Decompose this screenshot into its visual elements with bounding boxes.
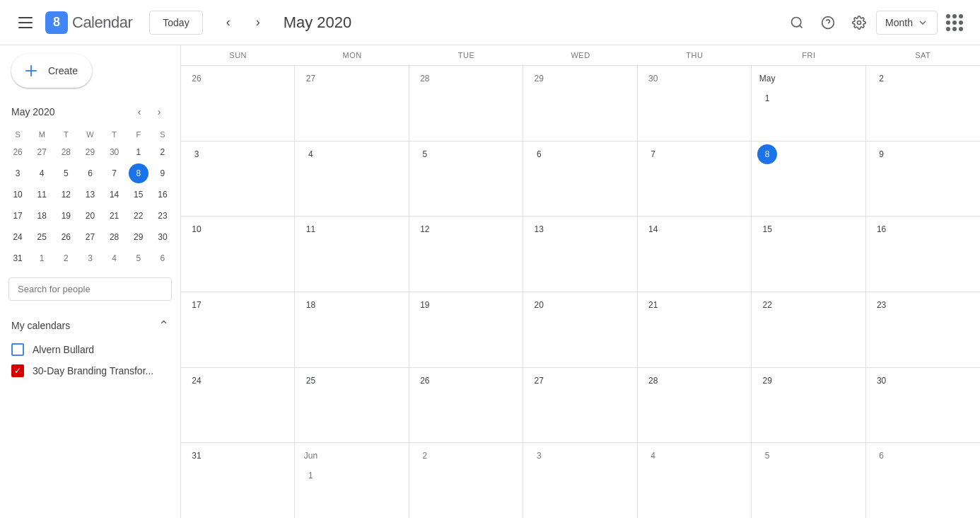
mini-cal-day[interactable]: 6 — [80, 163, 100, 183]
cal-day-cell[interactable]: 30 — [638, 66, 752, 141]
mini-cal-day[interactable]: 16 — [153, 185, 173, 205]
cal-day-cell[interactable]: 21 — [638, 292, 752, 367]
prev-month-button[interactable]: ‹ — [214, 8, 243, 37]
mini-cal-day[interactable]: 29 — [80, 142, 100, 162]
cal-day-cell[interactable]: 23 — [866, 292, 980, 367]
calendar-item[interactable]: ✓30-Day Branding Transfor... — [0, 360, 180, 381]
cal-day-cell[interactable]: May 1 — [752, 66, 865, 141]
search-people-input[interactable] — [8, 277, 172, 301]
next-month-button[interactable]: › — [244, 8, 272, 37]
create-button[interactable]: Create — [11, 54, 92, 88]
mini-cal-day[interactable]: 13 — [80, 185, 100, 205]
mini-cal-day[interactable]: 27 — [80, 227, 100, 247]
mini-cal-day[interactable]: 2 — [153, 142, 173, 162]
cal-day-cell[interactable]: 3 — [181, 142, 295, 217]
mini-cal-day[interactable]: 2 — [56, 248, 76, 268]
cal-day-cell[interactable]: 14 — [638, 217, 752, 292]
my-calendars-header[interactable]: My calendars ⌃ — [0, 312, 180, 339]
mini-cal-day[interactable]: 22 — [129, 206, 148, 226]
cal-day-cell[interactable]: 17 — [181, 292, 295, 367]
mini-cal-day[interactable]: 4 — [105, 248, 124, 268]
mini-cal-day[interactable]: 21 — [105, 206, 124, 226]
cal-day-cell[interactable]: 19 — [409, 292, 523, 367]
mini-cal-day[interactable]: 26 — [56, 227, 76, 247]
cal-day-cell[interactable]: 27 — [523, 368, 637, 443]
settings-button[interactable] — [845, 8, 873, 37]
mini-cal-day[interactable]: 1 — [129, 142, 148, 162]
cal-day-cell[interactable]: 25 — [295, 368, 409, 443]
cal-day-cell[interactable]: 2 — [409, 443, 523, 518]
mini-cal-day[interactable]: 31 — [8, 248, 28, 268]
mini-cal-day[interactable]: 26 — [8, 142, 28, 162]
calendar-checkbox[interactable] — [11, 343, 24, 356]
mini-cal-day[interactable]: 12 — [56, 185, 76, 205]
mini-cal-day[interactable]: 1 — [32, 248, 52, 268]
mini-cal-day[interactable]: 10 — [8, 185, 28, 205]
cal-day-cell[interactable]: 12 — [409, 217, 523, 292]
cal-day-cell[interactable]: 2 — [866, 66, 980, 141]
cal-day-cell[interactable]: 6 — [523, 142, 637, 217]
cal-day-cell[interactable]: Jun 1 — [295, 443, 409, 518]
cal-day-cell[interactable]: 3 — [523, 443, 637, 518]
mini-cal-day[interactable]: 29 — [129, 227, 148, 247]
cal-day-cell[interactable]: 28 — [409, 66, 523, 141]
search-button[interactable] — [783, 8, 811, 37]
cal-day-cell[interactable]: 26 — [181, 66, 295, 141]
mini-cal-day[interactable]: 5 — [129, 248, 148, 268]
mini-cal-day[interactable]: 25 — [32, 227, 52, 247]
mini-cal-day[interactable]: 8 — [129, 163, 148, 183]
cal-day-cell[interactable]: 9 — [866, 142, 980, 217]
mini-cal-day[interactable]: 28 — [105, 227, 124, 247]
mini-cal-day[interactable]: 15 — [129, 185, 148, 205]
mini-cal-day[interactable]: 9 — [153, 163, 173, 183]
mini-next-button[interactable]: › — [149, 102, 169, 122]
mini-cal-day[interactable]: 14 — [105, 185, 124, 205]
cal-day-cell[interactable]: 16 — [866, 217, 980, 292]
mini-cal-day[interactable]: 19 — [56, 206, 76, 226]
cal-day-cell[interactable]: 11 — [295, 217, 409, 292]
mini-cal-day[interactable]: 28 — [56, 142, 76, 162]
cal-day-cell[interactable]: 26 — [409, 368, 523, 443]
cal-day-cell[interactable]: 8 — [752, 142, 865, 217]
mini-prev-button[interactable]: ‹ — [129, 102, 149, 122]
mini-cal-day[interactable]: 20 — [80, 206, 100, 226]
mini-cal-day[interactable]: 3 — [80, 248, 100, 268]
cal-day-cell[interactable]: 5 — [409, 142, 523, 217]
view-selector-button[interactable]: Month — [876, 11, 938, 35]
apps-button[interactable] — [940, 8, 969, 37]
mini-cal-day[interactable]: 30 — [153, 227, 173, 247]
mini-cal-day[interactable]: 23 — [153, 206, 173, 226]
cal-day-cell[interactable]: 29 — [752, 368, 865, 443]
mini-cal-day[interactable]: 3 — [8, 163, 28, 183]
cal-day-cell[interactable]: 27 — [295, 66, 409, 141]
cal-day-cell[interactable]: 31 — [181, 443, 295, 518]
cal-day-cell[interactable]: 4 — [295, 142, 409, 217]
app-logo[interactable]: 8 Calendar — [45, 11, 132, 34]
cal-day-cell[interactable]: 5 — [752, 443, 865, 518]
cal-day-cell[interactable]: 22 — [752, 292, 865, 367]
mini-cal-day[interactable]: 11 — [32, 185, 52, 205]
cal-day-cell[interactable]: 18 — [295, 292, 409, 367]
cal-day-cell[interactable]: 4 — [638, 443, 752, 518]
mini-cal-day[interactable]: 5 — [56, 163, 76, 183]
today-button[interactable]: Today — [149, 11, 202, 35]
mini-cal-day[interactable]: 30 — [105, 142, 124, 162]
cal-day-cell[interactable]: 7 — [638, 142, 752, 217]
cal-day-cell[interactable]: 6 — [866, 443, 980, 518]
cal-day-cell[interactable]: 13 — [523, 217, 637, 292]
mini-cal-day[interactable]: 4 — [32, 163, 52, 183]
cal-day-cell[interactable]: 29 — [523, 66, 637, 141]
mini-cal-day[interactable]: 6 — [153, 248, 173, 268]
hamburger-button[interactable] — [11, 8, 40, 37]
cal-day-cell[interactable]: 24 — [181, 368, 295, 443]
calendar-checkbox[interactable]: ✓ — [11, 364, 24, 377]
mini-cal-day[interactable]: 24 — [8, 227, 28, 247]
cal-day-cell[interactable]: 28 — [638, 368, 752, 443]
cal-day-cell[interactable]: 15 — [752, 217, 865, 292]
mini-cal-day[interactable]: 7 — [105, 163, 124, 183]
mini-cal-day[interactable]: 27 — [32, 142, 52, 162]
cal-day-cell[interactable]: 10 — [181, 217, 295, 292]
mini-cal-day[interactable]: 17 — [8, 206, 28, 226]
cal-day-cell[interactable]: 30 — [866, 368, 980, 443]
cal-day-cell[interactable]: 20 — [523, 292, 637, 367]
